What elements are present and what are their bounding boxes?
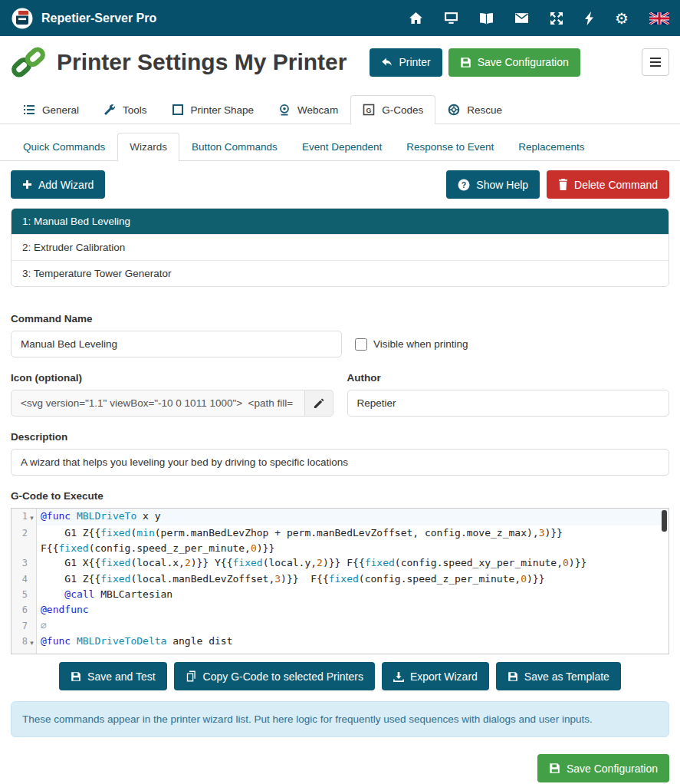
tab-gcodes-label: G-Codes bbox=[382, 104, 423, 116]
code-text: @call MBLCartesian bbox=[37, 587, 669, 602]
fold-marker-icon bbox=[28, 618, 36, 621]
line-number-gutter: 3 bbox=[11, 555, 37, 571]
printer-back-button[interactable]: Printer bbox=[370, 48, 442, 77]
tab-printer-shape[interactable]: Printer Shape bbox=[159, 95, 267, 124]
wizard-info-text: These commands appear in the printer wiz… bbox=[22, 713, 593, 725]
export-wizard-button[interactable]: Export Wizard bbox=[382, 662, 489, 690]
tab-replacements[interactable]: Replacements bbox=[506, 133, 596, 161]
tab-general-label: General bbox=[42, 104, 79, 116]
save-configuration-button[interactable]: Save Configuration bbox=[448, 48, 580, 77]
wizard-list-item[interactable]: 2: Extruder Calibration bbox=[11, 234, 669, 260]
menu-button[interactable] bbox=[642, 48, 669, 76]
icon-field: Icon (optional) bbox=[11, 372, 333, 417]
tab-event-dependent-label: Event Dependent bbox=[302, 141, 382, 153]
icon-author-row: Icon (optional) Author bbox=[11, 372, 669, 417]
wizard-form: Command Name Visible when printing Icon … bbox=[11, 313, 669, 654]
author-label: Author bbox=[347, 372, 670, 384]
line-number-gutter: 5 bbox=[11, 587, 37, 602]
save-and-test-label: Save and Test bbox=[87, 670, 155, 683]
icon-label: Icon (optional) bbox=[11, 372, 333, 384]
code-line[interactable]: 7⌀ bbox=[11, 618, 669, 634]
wizard-list-item[interactable]: 3: Temperature Tower Generator bbox=[11, 260, 669, 286]
save-and-test-button[interactable]: Save and Test bbox=[59, 662, 166, 690]
wizard-list-item[interactable]: 1: Manual Bed Leveling bbox=[11, 209, 669, 234]
author-field: Author bbox=[347, 372, 670, 417]
delete-command-button[interactable]: Delete Command bbox=[547, 170, 669, 199]
description-field: Description bbox=[11, 431, 669, 476]
tab-response-to-event[interactable]: Response to Event bbox=[394, 133, 506, 161]
line-number-gutter: 1▾ bbox=[11, 509, 37, 525]
brand-title[interactable]: Repetier-Server Pro bbox=[41, 12, 156, 25]
tab-wizards[interactable]: Wizards bbox=[117, 133, 179, 161]
app-logo[interactable] bbox=[11, 7, 34, 30]
command-name-input[interactable] bbox=[11, 331, 342, 357]
tab-button-commands[interactable]: Button Commands bbox=[179, 133, 290, 161]
tab-webcam[interactable]: Webcam bbox=[266, 95, 350, 124]
code-text: @endfunc bbox=[37, 602, 669, 618]
book-icon[interactable] bbox=[479, 12, 494, 25]
gcode-sub-tab-bar: Quick Commands Wizards Button Commands E… bbox=[0, 133, 680, 161]
visible-when-printing-label: Visible when printing bbox=[373, 338, 468, 350]
page-footer: Save Configuration bbox=[11, 754, 669, 782]
tab-button-commands-label: Button Commands bbox=[192, 141, 278, 153]
fold-marker-icon[interactable]: ▾ bbox=[28, 509, 36, 525]
save-as-template-button[interactable]: Save as Template bbox=[496, 662, 621, 690]
add-wizard-button[interactable]: Add Wizard bbox=[11, 170, 105, 199]
edit-icon-button[interactable] bbox=[305, 390, 333, 417]
line-number-gutter: 7 bbox=[11, 618, 37, 634]
visible-when-printing-checkbox[interactable] bbox=[355, 338, 367, 351]
code-line[interactable]: 4 G1 Z{{fixed(local.manBedLevZoffset,3)}… bbox=[11, 572, 669, 587]
tab-rescue[interactable]: Rescue bbox=[435, 95, 514, 124]
code-line[interactable]: 6@endfunc bbox=[11, 602, 669, 618]
bolt-icon[interactable] bbox=[584, 12, 594, 25]
footer-save-configuration-button[interactable]: Save Configuration bbox=[537, 754, 669, 782]
fold-marker-icon bbox=[28, 525, 36, 528]
tab-gcodes[interactable]: G G-Codes bbox=[350, 95, 435, 124]
visible-when-printing-option[interactable]: Visible when printing bbox=[355, 338, 468, 351]
line-number-gutter: 4 bbox=[11, 572, 37, 587]
icon-svg-input[interactable] bbox=[11, 390, 305, 417]
fold-marker-icon[interactable]: ▾ bbox=[28, 634, 36, 651]
navbar-icon-group: ⚙ bbox=[409, 11, 669, 26]
save-icon bbox=[549, 763, 560, 774]
mail-icon[interactable] bbox=[514, 12, 529, 24]
gear-icon[interactable]: ⚙ bbox=[615, 11, 629, 26]
code-line[interactable]: 2 G1 Z{{fixed(min(perm.manBedLevZhop + p… bbox=[11, 525, 669, 555]
gcode-icon: G bbox=[363, 104, 375, 116]
home-icon[interactable] bbox=[409, 12, 423, 25]
fold-marker-icon bbox=[28, 587, 36, 589]
line-number-gutter: 2 bbox=[11, 525, 37, 555]
back-arrow-icon bbox=[381, 57, 393, 68]
code-line[interactable]: 5 @call MBLCartesian bbox=[11, 587, 669, 602]
main-tab-bar: General Tools Printer Shape Webcam G G-C… bbox=[0, 95, 680, 124]
help-icon: ? bbox=[458, 179, 470, 191]
expand-icon[interactable] bbox=[550, 12, 563, 25]
code-text: @func MBLDriveToDelta angle dist bbox=[37, 634, 669, 651]
gcode-editor[interactable]: 1▾@func MBLDriveTo x y2 G1 Z{{fixed(min(… bbox=[11, 508, 669, 654]
toolbar-right-group: ? Show Help Delete Command bbox=[446, 170, 669, 199]
copy-gcode-button[interactable]: Copy G-Code to selected Printers bbox=[174, 662, 375, 690]
tab-general[interactable]: General bbox=[11, 95, 91, 124]
fold-marker-icon bbox=[28, 555, 36, 558]
show-help-button[interactable]: ? Show Help bbox=[446, 170, 540, 199]
save-configuration-label: Save Configuration bbox=[478, 56, 569, 68]
code-line[interactable]: 9 G1 Z{{fixed(min(perm.manBedLevZhop + p… bbox=[11, 651, 669, 654]
code-line[interactable]: 1▾@func MBLDriveTo x y bbox=[11, 509, 669, 525]
description-input[interactable] bbox=[11, 449, 669, 476]
tab-tools[interactable]: Tools bbox=[91, 95, 159, 124]
tab-quick-commands[interactable]: Quick Commands bbox=[11, 133, 117, 161]
author-input[interactable] bbox=[347, 390, 670, 417]
editor-scrollbar[interactable] bbox=[662, 510, 667, 532]
uk-flag-icon[interactable] bbox=[649, 12, 669, 25]
add-wizard-label: Add Wizard bbox=[38, 179, 94, 191]
save-as-template-label: Save as Template bbox=[524, 670, 609, 683]
gcode-label: G-Code to Execute bbox=[11, 490, 669, 502]
code-line[interactable]: 8▾@func MBLDriveToDelta angle dist bbox=[11, 634, 669, 651]
code-line[interactable]: 3 G1 X{{fixed(local.x,2)}} Y{{fixed(loca… bbox=[11, 555, 669, 571]
fold-marker-icon bbox=[28, 651, 36, 654]
tab-event-dependent[interactable]: Event Dependent bbox=[290, 133, 394, 161]
monitor-icon[interactable] bbox=[444, 12, 458, 25]
tab-printer-shape-label: Printer Shape bbox=[191, 104, 255, 116]
tab-wizards-label: Wizards bbox=[130, 141, 167, 153]
header-buttons: Printer Save Configuration bbox=[370, 48, 669, 77]
